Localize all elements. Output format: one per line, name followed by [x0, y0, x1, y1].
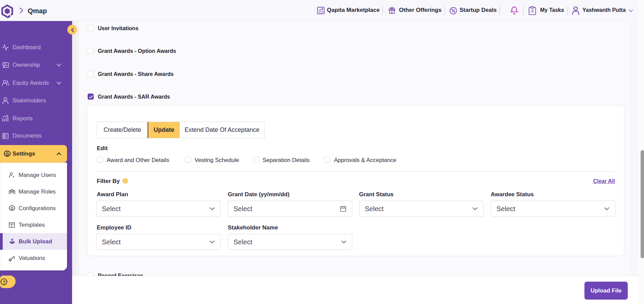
svg-text:$: $ [9, 259, 11, 261]
